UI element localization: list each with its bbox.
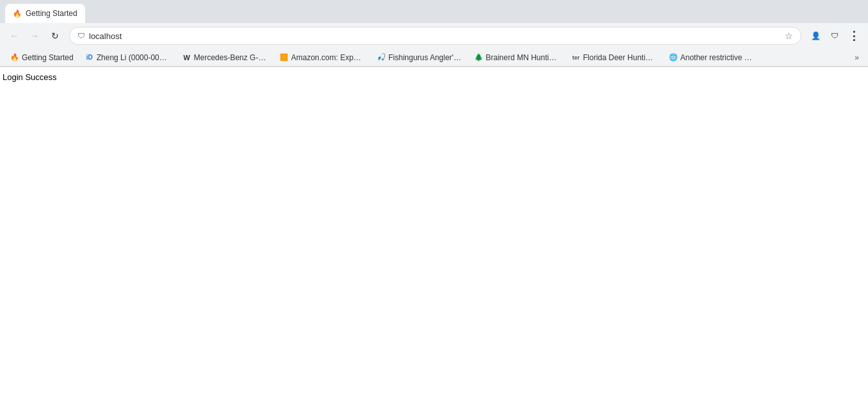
address-text: localhost — [89, 31, 781, 41]
tab-favicon: 🔥 — [13, 9, 22, 18]
login-success-message: Login Success — [3, 72, 57, 82]
forward-button[interactable]: → — [26, 27, 44, 45]
bookmark-favicon-6: ter — [572, 53, 581, 62]
bookmark-label-6: Florida Deer Hunting S... — [583, 53, 657, 62]
bookmark-favicon-3: 🅰 — [280, 53, 289, 62]
bookmark-mercedes[interactable]: W Mercedes-Benz G-Clas... — [177, 52, 273, 63]
tab-label: Getting Started — [26, 9, 77, 18]
bookmark-fishingurus[interactable]: 🎣 Fishingurus Angler's l... — [372, 52, 468, 63]
star-icon: ☆ — [785, 31, 793, 41]
page-content: Login Success — [0, 67, 868, 406]
bookmark-favicon-1: iD — [85, 53, 94, 62]
profile-button[interactable]: 👤 — [807, 27, 824, 45]
bookmarks-bar: 🔥 Getting Started iD Zheng Li (0000-0002… — [0, 49, 868, 67]
bookmark-label-2: Mercedes-Benz G-Clas... — [194, 53, 268, 62]
toolbar: ← → ↻ 🛡 localhost ☆ 👤 🛡 ⋮ — [0, 23, 868, 49]
bookmark-another[interactable]: 🌐 Another restrictive dee... — [664, 52, 760, 63]
bookmark-favicon-7: 🌐 — [669, 53, 678, 62]
bookmark-label-3: Amazon.com: ExpertP... — [291, 53, 366, 62]
menu-button[interactable]: ⋮ — [845, 27, 863, 45]
bookmark-florida-deer[interactable]: ter Florida Deer Hunting S... — [567, 52, 663, 63]
bookmark-zheng-li[interactable]: iD Zheng Li (0000-0002-3... — [80, 52, 176, 63]
back-button[interactable]: ← — [5, 27, 23, 45]
bookmark-getting-started[interactable]: 🔥 Getting Started — [5, 52, 79, 63]
bookmark-favicon-2: W — [182, 53, 191, 62]
bookmark-label-1: Zheng Li (0000-0002-3... — [97, 53, 171, 62]
active-tab[interactable]: 🔥 Getting Started — [5, 4, 85, 23]
shield-icon: 🛡 — [77, 31, 85, 40]
bookmark-label-5: Brainerd MN Hunting ... — [486, 53, 560, 62]
bookmark-favicon-5: 🌲 — [474, 53, 483, 62]
extension-button[interactable]: 🛡 — [826, 27, 844, 45]
more-bookmarks-button[interactable]: » — [851, 52, 863, 63]
tab-bar: 🔥 Getting Started — [0, 0, 868, 23]
bookmark-label-0: Getting Started — [22, 53, 74, 62]
toolbar-right: 👤 🛡 ⋮ — [807, 27, 863, 45]
bookmark-amazon[interactable]: 🅰 Amazon.com: ExpertP... — [275, 52, 371, 63]
bookmark-favicon-0: 🔥 — [10, 53, 19, 62]
bookmark-label-4: Fishingurus Angler's l... — [389, 53, 463, 62]
bookmark-favicon-4: 🎣 — [377, 53, 386, 62]
reload-button[interactable]: ↻ — [46, 27, 64, 45]
browser-chrome: 🔥 Getting Started ← → ↻ 🛡 localhost ☆ 👤 … — [0, 0, 868, 67]
bookmark-brainerd[interactable]: 🌲 Brainerd MN Hunting ... — [469, 52, 565, 63]
address-bar[interactable]: 🛡 localhost ☆ — [69, 27, 801, 45]
bookmark-label-7: Another restrictive dee... — [680, 53, 755, 62]
